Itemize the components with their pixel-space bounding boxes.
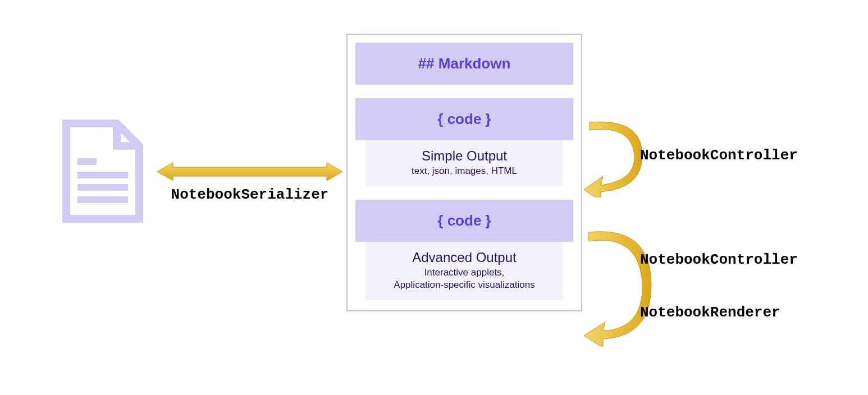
simple-output-block: Simple Output text, json, images, HTML bbox=[366, 140, 563, 186]
controller-renderer-arrow bbox=[584, 229, 651, 347]
code-cell-2-text: { code } bbox=[437, 212, 491, 229]
code-cell-1-text: { code } bbox=[437, 111, 491, 127]
svg-rect-3 bbox=[77, 196, 128, 203]
code-cell-2: { code } bbox=[355, 200, 573, 242]
controller-label-1: NotebookController bbox=[640, 147, 798, 164]
svg-rect-0 bbox=[77, 158, 97, 165]
simple-output-subtitle: text, json, images, HTML bbox=[371, 165, 558, 177]
file-icon bbox=[61, 118, 145, 224]
advanced-output-subtitle-1: Interactive applets, bbox=[371, 267, 558, 279]
controller-label-2: NotebookController bbox=[640, 251, 798, 268]
advanced-output-title: Advanced Output bbox=[371, 250, 558, 265]
svg-marker-4 bbox=[157, 163, 342, 181]
diagram-canvas: NotebookSerializer ## Markdown { code } … bbox=[0, 0, 868, 395]
svg-rect-1 bbox=[77, 172, 128, 178]
svg-rect-2 bbox=[77, 184, 128, 191]
code-group-advanced: { code } Advanced Output Interactive app… bbox=[355, 200, 573, 300]
code-cell-1: { code } bbox=[355, 98, 573, 140]
code-group-simple: { code } Simple Output text, json, image… bbox=[355, 98, 573, 186]
advanced-output-subtitle-2: Application-specific visualizations bbox=[371, 279, 558, 291]
serializer-arrow bbox=[157, 162, 342, 182]
notebook-container: ## Markdown { code } Simple Output text,… bbox=[346, 34, 582, 311]
simple-output-title: Simple Output bbox=[371, 148, 558, 164]
markdown-cell-text: ## Markdown bbox=[418, 55, 511, 72]
serializer-label: NotebookSerializer bbox=[157, 186, 342, 203]
renderer-label: NotebookRenderer bbox=[640, 304, 780, 321]
markdown-cell: ## Markdown bbox=[355, 43, 573, 85]
advanced-output-block: Advanced Output Interactive applets, App… bbox=[366, 242, 563, 300]
